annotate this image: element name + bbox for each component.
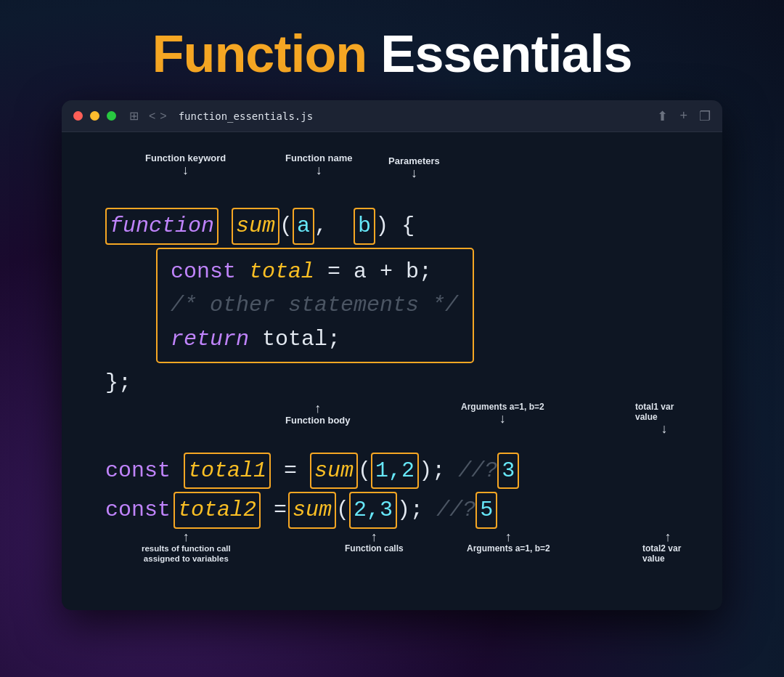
- box-param-b: b: [354, 208, 375, 245]
- annotation-arguments-2: ↑ Arguments a=1, b=2: [467, 530, 550, 554]
- editor-titlebar: ⊞ < > function_essentials.js ⬆ + ❐: [62, 100, 722, 132]
- annotation-parameters: Parameters ↓: [388, 155, 440, 179]
- var-total: total: [249, 255, 314, 289]
- arrow-up-body: ↑: [314, 402, 321, 415]
- annotation-function-name: Function name ↓: [285, 153, 352, 177]
- annotation-function-keyword: Function keyword ↓: [145, 153, 226, 177]
- add-tab-icon[interactable]: +: [679, 108, 687, 124]
- annotation-total2-var: ↑ total2 var value: [642, 530, 693, 564]
- titlebar-actions: ⬆ + ❐: [657, 108, 711, 124]
- annotation-label: Parameters: [388, 155, 440, 166]
- titlebar-nav: < >: [149, 110, 167, 123]
- label-results-vars: results of function callassigned to vari…: [142, 543, 231, 565]
- code-line-comment: /* other statements */: [171, 288, 458, 323]
- annotation-total1-var: total1 var value ↓: [635, 402, 693, 435]
- label-args-2: Arguments a=1, b=2: [467, 543, 550, 554]
- box-sum-call-1: sum: [310, 453, 358, 490]
- annotations-top: Function keyword ↓ Function name ↓ Param…: [105, 153, 693, 203]
- label-args-1: Arguments a=1, b=2: [461, 402, 544, 412]
- code-line-total1: const total1 = sum ( 1,2 ); //? 3: [105, 453, 693, 490]
- function-name-sum: sum: [236, 214, 275, 238]
- result-5: 5: [480, 498, 493, 522]
- annotations-bottom: ↑ results of function callassigned to va…: [105, 530, 693, 588]
- title-function: Function: [152, 25, 367, 83]
- box-function-name: sum: [232, 208, 279, 245]
- share-icon[interactable]: ⬆: [657, 108, 668, 124]
- arrow-up-fn-calls: ↑: [371, 530, 377, 543]
- comment-result1: //?: [458, 454, 497, 488]
- traffic-light-red[interactable]: [73, 111, 83, 121]
- code-line-function-declaration: function sum ( a , b ) {: [105, 208, 693, 245]
- editor-filename: function_essentials.js: [179, 110, 313, 122]
- fn-call-sum1: sum: [314, 458, 354, 483]
- box-total1-var: total1: [184, 453, 271, 490]
- fn-call-sum2: sum: [293, 498, 332, 522]
- nav-forward-icon[interactable]: >: [160, 110, 166, 123]
- arrow-down-total1: ↓: [661, 422, 668, 435]
- traffic-light-green[interactable]: [107, 111, 116, 121]
- traffic-light-yellow[interactable]: [90, 111, 99, 121]
- annotation-results-vars: ↑ results of function callassigned to va…: [142, 530, 231, 565]
- comment-result2: //?: [436, 493, 475, 527]
- annotation-label: Function name: [285, 153, 352, 163]
- box-total2-var: total2: [173, 492, 261, 529]
- duplicate-icon[interactable]: ❐: [699, 108, 711, 124]
- box-sum-call-2: sum: [288, 492, 336, 529]
- box-args-12: 1,2: [371, 453, 419, 490]
- param-a: a: [297, 214, 310, 238]
- label-total1-var: total1 var value: [635, 402, 693, 422]
- box-param-a: a: [293, 208, 314, 245]
- sidebar-toggle-icon[interactable]: ⊞: [129, 109, 139, 123]
- param-b: b: [358, 214, 371, 238]
- arrow-up-total2: ↑: [665, 530, 671, 543]
- keyword-function: function: [110, 214, 214, 238]
- code-line-return: return total;: [171, 323, 458, 357]
- nav-back-icon[interactable]: <: [149, 110, 155, 123]
- box-function-keyword: function: [105, 208, 219, 245]
- function-body-box: const total = a + b; /* other statements…: [156, 248, 474, 364]
- label-total2-var: total2 var value: [642, 543, 693, 564]
- annotation-function-calls: ↑ Function calls: [345, 530, 404, 554]
- page-title: Function Essentials: [152, 28, 632, 80]
- arrow-up-results: ↑: [183, 530, 189, 543]
- label-function-body: Function body: [285, 415, 351, 426]
- var-total1: total1: [188, 458, 266, 483]
- arg-1-2: 1,2: [375, 458, 415, 483]
- arrow-down-params: ↓: [411, 166, 417, 179]
- code-line-total2: const total2 = sum ( 2,3 ); //? 5: [105, 492, 693, 529]
- title-essentials: Essentials: [367, 25, 632, 83]
- annotation-label: Function keyword: [145, 153, 226, 163]
- var-total2: total2: [178, 498, 256, 522]
- annotation-arguments-1: Arguments a=1, b=2 ↓: [461, 402, 544, 425]
- arg-2-3: 2,3: [354, 498, 393, 522]
- comment-other-statements: /* other statements */: [171, 288, 458, 323]
- annotation-function-body: ↑ Function body: [285, 402, 351, 426]
- arrow-down-args1: ↓: [499, 412, 506, 425]
- code-line-const-total: const total = a + b;: [171, 255, 458, 289]
- label-function-calls: Function calls: [345, 543, 404, 554]
- editor-content: Function keyword ↓ Function name ↓ Param…: [62, 132, 722, 610]
- arrow-down-keyword: ↓: [182, 163, 189, 177]
- arrow-up-args2: ↑: [505, 530, 512, 543]
- result-3: 3: [502, 458, 515, 483]
- box-result-3: 3: [497, 453, 519, 490]
- box-args-23: 2,3: [349, 492, 397, 529]
- code-block-bottom: const total1 = sum ( 1,2 ); //? 3: [105, 453, 693, 529]
- arrow-down-name: ↓: [316, 163, 322, 177]
- annotations-mid: ↑ Function body Arguments a=1, b=2 ↓ tot…: [105, 402, 693, 453]
- code-block-main: function sum ( a , b ) { const: [105, 208, 693, 400]
- code-line-closing: };: [105, 366, 693, 400]
- box-result-5: 5: [475, 492, 497, 529]
- editor-window: ⊞ < > function_essentials.js ⬆ + ❐ Funct…: [62, 100, 722, 610]
